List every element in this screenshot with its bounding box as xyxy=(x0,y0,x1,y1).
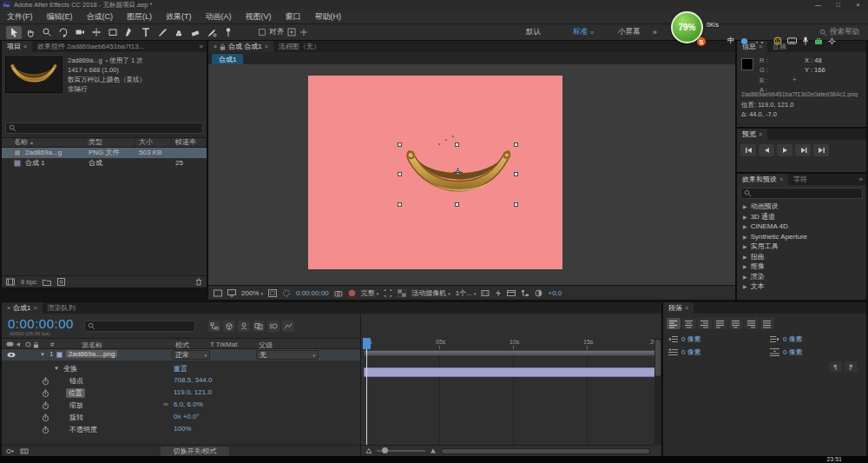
ime-emoji-icon[interactable] xyxy=(773,36,782,45)
last-frame-button[interactable] xyxy=(813,144,829,156)
menu-window[interactable]: 窗口 xyxy=(279,11,308,23)
brush-tool-icon[interactable] xyxy=(155,26,170,39)
selection-tool-icon[interactable] xyxy=(6,26,22,39)
region-of-interest-icon[interactable] xyxy=(384,289,392,297)
panel-menu-icon[interactable]: ≡ xyxy=(23,43,27,50)
align-center-button[interactable] xyxy=(682,318,696,329)
previous-frame-button[interactable] xyxy=(759,144,774,156)
selection-handle-bottom-center[interactable] xyxy=(455,202,459,207)
indent-right-field[interactable]: 0 像素 xyxy=(770,334,861,344)
minimize-button[interactable]: — xyxy=(808,0,828,10)
pen-tool-icon[interactable] xyxy=(122,26,137,39)
ime-mic-icon[interactable] xyxy=(802,36,809,45)
timeline-vertical-scrollbar[interactable] xyxy=(654,338,661,445)
first-line-indent-field[interactable]: 0 像素 xyxy=(668,347,760,357)
layer-source-name[interactable]: 2ad869a....png xyxy=(66,350,117,358)
zoom-out-frames-icon[interactable] xyxy=(365,447,372,454)
hide-shy-layers-icon[interactable] xyxy=(238,321,250,332)
twirl-closed-icon[interactable]: ▶ xyxy=(743,214,747,220)
transform-reset-link[interactable]: 重置 xyxy=(174,364,187,374)
menu-layer[interactable]: 图层(L) xyxy=(120,11,159,23)
scrollbar-thumb[interactable] xyxy=(655,340,661,376)
toggle-switches-modes-button[interactable]: 切换开关/模式 xyxy=(161,446,228,456)
timeline-zoom-slider[interactable] xyxy=(377,450,425,452)
space-before-value[interactable]: 0 像素 xyxy=(783,347,803,357)
next-frame-button[interactable] xyxy=(795,144,811,156)
sogou-icon[interactable]: S xyxy=(697,37,706,46)
space-before-field[interactable]: 0 像素 xyxy=(770,347,861,357)
twirl-closed-icon[interactable]: ▶ xyxy=(743,243,747,249)
justify-last-left-button[interactable] xyxy=(713,318,727,329)
twirl-closed-icon[interactable]: ▶ xyxy=(743,234,747,240)
fx-category-keying[interactable]: ▶抠像 xyxy=(737,261,866,272)
timeline-track-area[interactable]: 0s 05s 10s 15s 20s xyxy=(360,314,661,456)
scrollbar-thumb[interactable] xyxy=(442,449,649,453)
current-timecode[interactable]: 0:00:00:00 xyxy=(8,316,74,331)
fx-category-render[interactable]: ▶渲染 xyxy=(737,272,866,282)
timeline-horizontal-scrollbar[interactable] xyxy=(441,448,650,454)
workspace-menu-icon[interactable]: ≡ xyxy=(590,30,594,36)
transform-group-row[interactable]: ▼ 变换 重置 xyxy=(2,363,360,374)
tab-paragraph[interactable]: 段落≡ xyxy=(663,302,694,314)
justify-last-right-button[interactable] xyxy=(745,318,759,329)
tab-character[interactable]: 字符 xyxy=(788,174,812,185)
shape-tool-icon[interactable] xyxy=(105,26,121,39)
menu-edit[interactable]: 编辑(E) xyxy=(40,11,80,23)
menu-effect[interactable]: 效果(T) xyxy=(159,11,199,23)
graph-editor-icon[interactable] xyxy=(282,321,294,332)
ime-punctuation[interactable]: ，。 xyxy=(753,36,768,46)
frame-blend-icon[interactable] xyxy=(253,321,265,332)
property-row-anchor[interactable]: 锚点 708.5, 344.0 xyxy=(2,375,360,387)
current-time-indicator-handle[interactable] xyxy=(363,338,371,349)
column-trkmat[interactable]: T TrkMat xyxy=(210,341,237,348)
zoom-slider-knob[interactable] xyxy=(382,447,388,453)
viewer-timecode[interactable]: 0:00:00:00 xyxy=(296,289,329,297)
comp-flowchart-icon[interactable] xyxy=(521,289,529,297)
selection-handle-top-left[interactable] xyxy=(398,142,402,147)
stopwatch-icon[interactable] xyxy=(42,389,49,398)
menu-animation[interactable]: 动画(A) xyxy=(199,11,239,23)
project-row-comp[interactable]: 合成 1 合成 25 xyxy=(2,158,207,169)
layer-label-chip[interactable] xyxy=(56,352,62,358)
mini-timeline-icon[interactable] xyxy=(507,289,516,297)
mask-visibility-icon[interactable] xyxy=(282,289,291,297)
timeline-search-input[interactable] xyxy=(98,322,192,330)
stopwatch-icon[interactable] xyxy=(42,413,49,422)
ime-mode-icon[interactable] xyxy=(740,37,748,45)
column-type[interactable]: 类型 xyxy=(85,138,135,147)
new-folder-icon[interactable] xyxy=(43,279,51,286)
close-button[interactable]: × xyxy=(848,0,868,10)
twirl-closed-icon[interactable]: ▶ xyxy=(743,223,747,229)
work-area-bar[interactable] xyxy=(364,350,657,356)
first-line-indent-value[interactable]: 0 像素 xyxy=(681,347,701,357)
snapshot-icon[interactable] xyxy=(334,289,343,297)
expand-layer-switches-icon[interactable] xyxy=(6,447,15,455)
tab-composition[interactable]: × 合成 合成1 ≡ xyxy=(208,41,273,52)
ime-settings-icon[interactable] xyxy=(828,37,836,45)
zoom-in-frames-icon[interactable] xyxy=(430,447,437,454)
property-name[interactable]: 不透明度 xyxy=(69,425,97,434)
layer-twirl-icon[interactable]: ▼ xyxy=(40,352,45,357)
view-layout-select[interactable]: 1个...▾ xyxy=(456,288,477,298)
property-name[interactable]: 位置 xyxy=(66,388,85,398)
selection-handle-bottom-left[interactable] xyxy=(398,202,402,207)
panel-menu-icon[interactable]: ≡ xyxy=(685,305,688,311)
safe-margins-icon[interactable] xyxy=(268,289,277,297)
property-value[interactable]: 708.5, 344.0 xyxy=(174,376,212,384)
viewer-tab-comp1[interactable]: 合成1 xyxy=(212,54,243,64)
expand-transfer-controls-icon[interactable] xyxy=(20,447,29,455)
snap-checkbox[interactable] xyxy=(259,29,266,36)
selection-handle-top-right[interactable] xyxy=(514,142,518,147)
new-composition-icon[interactable] xyxy=(57,278,65,286)
footage-name[interactable]: 2ad869a...g xyxy=(68,56,102,64)
project-row-footage[interactable]: 2ad869a...g PNG 文件 503 KB xyxy=(2,148,207,158)
twirl-closed-icon[interactable]: ▶ xyxy=(743,263,747,269)
camera-tool-icon[interactable] xyxy=(72,26,88,39)
property-value[interactable]: 119.0, 121.0 xyxy=(174,388,212,396)
property-name[interactable]: 缩放 xyxy=(69,400,83,410)
tab-overflow-icon[interactable]: » xyxy=(859,175,866,183)
maximize-button[interactable]: □ xyxy=(828,0,848,10)
eraser-tool-icon[interactable] xyxy=(187,26,203,39)
tab-flowchart[interactable]: 流程图（无） xyxy=(273,41,326,52)
indent-left-field[interactable]: 0 像素 xyxy=(668,334,760,344)
